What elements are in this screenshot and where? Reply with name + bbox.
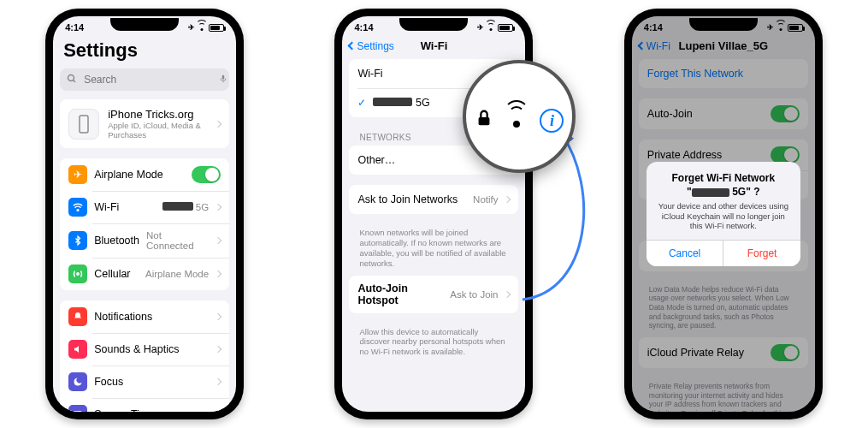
svg-rect-4 [80,116,88,133]
phone-network-detail: 4:14 ✈︎ Wi-Fi Lupeni Villae_5G Forget Th… [624,9,823,419]
row-ask-to-join[interactable]: Ask to Join Networks Notify [349,185,518,214]
cellular-icon [68,265,87,283]
nav-bar: Settings Wi-Fi [342,36,525,59]
wifi-signal-icon [505,112,528,129]
status-bar: 4:14 ✈︎ [53,16,236,36]
row-sounds[interactable]: Sounds & Haptics [60,333,229,366]
apple-id-name: iPhone Tricks.org [108,108,207,121]
mic-icon[interactable] [219,74,227,86]
svg-line-1 [74,80,76,82]
chevron-right-icon [215,378,221,385]
status-bar: 4:14 ✈︎ [342,16,525,36]
svg-rect-14 [479,117,490,125]
footer-hotspot: Allow this device to automatically disco… [349,324,518,365]
airplane-icon: ✈︎ [477,23,484,32]
battery-icon [209,24,224,32]
row-bluetooth[interactable]: Bluetooth Not Connected [60,223,229,258]
status-time: 4:14 [65,22,84,33]
dialog-scrim: Forget Wi-Fi Network " 5G" ? Your device… [632,16,815,412]
footer-ask: Known networks will be joined automatica… [349,224,518,276]
chevron-right-icon [215,237,221,244]
battery-icon [498,24,513,32]
chevron-right-icon [504,196,511,203]
dialog-forget-button[interactable]: Forget [723,241,800,266]
bluetooth-icon [68,231,87,250]
chevron-right-icon [215,313,221,320]
search-icon [67,74,77,86]
wifi-icon [68,198,87,217]
status-time: 4:14 [354,22,373,33]
airplane-toggle[interactable] [192,166,221,183]
screen-time-icon [68,405,87,412]
forget-dialog: Forget Wi-Fi Network " 5G" ? Your device… [647,162,800,267]
chevron-right-icon [504,290,511,297]
apple-id-sub: Apple ID, iCloud, Media & Purchases [108,121,207,140]
magnifier-callout: i [463,60,576,173]
dialog-title: Forget Wi-Fi Network " 5G" ? [655,172,792,198]
svg-point-0 [68,74,74,80]
info-icon[interactable]: i [540,109,564,133]
search-field[interactable] [60,68,229,91]
airplane-icon: ✈︎ [68,165,87,184]
chevron-right-icon [215,270,221,277]
chevron-right-icon [215,346,221,353]
chevron-right-icon [215,120,221,127]
apple-id-row[interactable]: iPhone Tricks.org Apple ID, iCloud, Medi… [60,99,229,148]
back-button[interactable]: Settings [349,40,393,52]
airplane-icon: ✈︎ [188,23,195,32]
wifi-icon [487,24,495,31]
page-title: Wi-Fi [421,39,448,52]
sounds-icon [68,340,87,359]
phone-wifi-list: 4:14 ✈︎ Settings Wi-Fi Wi-Fi ✓ [334,9,533,419]
page-title: Settings [63,39,226,62]
chevron-left-icon [348,42,357,51]
notifications-icon [68,307,87,326]
dialog-message: Your device and other devices using iClo… [655,201,792,232]
wifi-icon [198,24,206,31]
focus-icon [68,372,87,391]
avatar [68,109,99,140]
checkmark-icon: ✓ [357,97,366,109]
chevron-right-icon [215,411,221,412]
row-auto-join-hotspot[interactable]: Auto-Join Hotspot Ask to Join [349,276,518,313]
search-input[interactable] [82,73,214,86]
chevron-right-icon [215,204,221,211]
wifi-value: 5G [162,202,210,212]
svg-point-6 [77,210,79,211]
lock-icon [475,107,493,134]
svg-rect-2 [222,74,225,79]
row-wifi[interactable]: Wi-Fi 5G [60,191,229,223]
svg-rect-8 [74,412,82,413]
row-airplane-mode[interactable]: ✈︎ Airplane Mode [60,158,229,191]
row-notifications[interactable]: Notifications [60,300,229,333]
dialog-cancel-button[interactable]: Cancel [647,241,723,266]
svg-point-7 [77,273,79,275]
row-cellular[interactable]: Cellular Airplane Mode [60,258,229,290]
phone-settings: 4:14 ✈︎ Settings [45,9,244,419]
row-focus[interactable]: Focus [60,366,229,398]
status-right: ✈︎ [188,23,224,32]
row-screen-time[interactable]: Screen Time [60,398,229,412]
